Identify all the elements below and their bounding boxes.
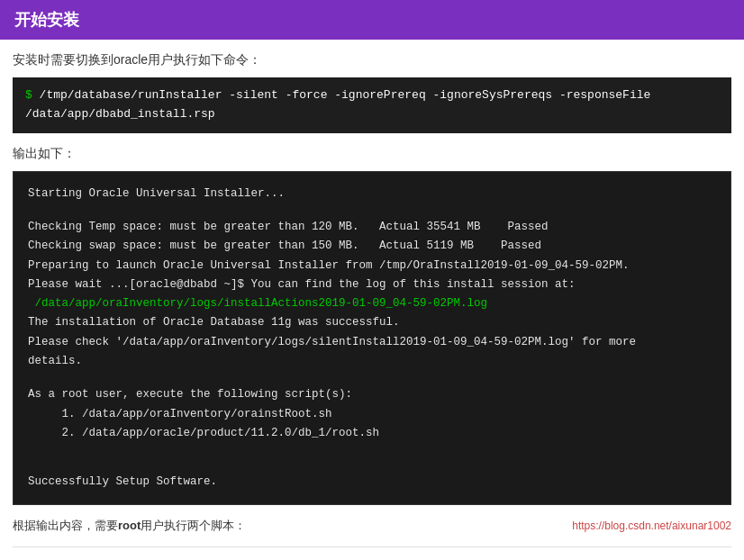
terminal-line-2: Checking Temp space: must be greater tha… <box>28 218 716 237</box>
terminal-line-4: Preparing to launch Oracle Universal Ins… <box>28 257 716 275</box>
terminal-line-8: Please check '/data/app/oraInventory/log… <box>28 333 716 352</box>
footer-section: 根据输出内容，需要root用户执行两个脚本： https://blog.csdn… <box>13 518 731 541</box>
intro-text: 安装时需要切换到oracle用户执行如下命令： <box>13 52 731 68</box>
terminal-line-3: Checking swap space: must be greater tha… <box>28 237 716 256</box>
footer-text-after: 用户执行两个脚本： <box>141 519 246 532</box>
terminal-line-7: The installation of Oracle Database 11g … <box>28 313 716 332</box>
footer-text-before: 根据输出内容，需要 <box>13 519 118 532</box>
terminal-empty-4 <box>28 457 716 472</box>
terminal-line-12: 2. /data/app/oracle/product/11.2.0/db_1/… <box>28 424 716 443</box>
page-title: 开始安装 <box>14 9 730 31</box>
content-area: 安装时需要切换到oracle用户执行如下命令： $ /tmp/database/… <box>0 52 744 547</box>
command-line1: /tmp/database/runInstaller -silent -forc… <box>40 88 651 102</box>
terminal-empty-1 <box>28 203 716 218</box>
terminal-empty-3 <box>28 443 716 457</box>
output-label: 输出如下： <box>13 146 731 162</box>
terminal-line-6: /data/app/oraInventory/logs/installActio… <box>28 294 716 313</box>
page-wrapper: 开始安装 安装时需要切换到oracle用户执行如下命令： $ /tmp/data… <box>0 0 744 547</box>
terminal-line-5: Please wait ...[oracle@dbabd ~]$ You can… <box>28 275 716 294</box>
terminal-output: Starting Oracle Universal Installer... C… <box>13 171 731 505</box>
command-line2: /data/app/dbabd_install.rsp <box>25 107 215 121</box>
footer-main-text: 根据输出内容，需要root用户执行两个脚本： <box>13 518 554 534</box>
footer-bold-text: root <box>118 519 141 532</box>
terminal-line-10: As a root user, execute the following sc… <box>28 385 716 404</box>
bottom-divider <box>13 546 731 547</box>
title-bar: 开始安装 <box>0 0 744 40</box>
command-block: $ /tmp/database/runInstaller -silent -fo… <box>13 77 731 133</box>
command-prompt: $ <box>25 88 40 102</box>
terminal-line-1: Starting Oracle Universal Installer... <box>28 185 716 203</box>
terminal-line-13: Successfully Setup Software. <box>28 473 716 492</box>
blog-link[interactable]: https://blog.csdn.net/aixunar1002 <box>572 519 731 532</box>
terminal-line-11: 1. /data/app/oraInventory/orainstRoot.sh <box>28 405 716 424</box>
terminal-line-9: details. <box>28 352 716 371</box>
terminal-empty-2 <box>28 371 716 385</box>
